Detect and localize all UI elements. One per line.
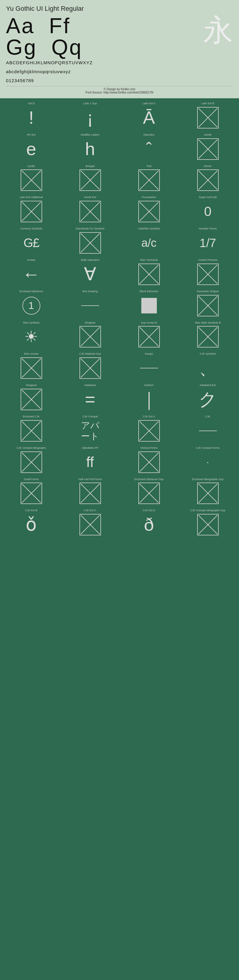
long-dash2 <box>199 431 217 431</box>
source-row: © Design by fontke.com Font Source: http… <box>6 86 233 95</box>
block-label-31: Misc Math Symbols B <box>195 321 221 325</box>
block-cell-47: CJK Compat Forms· <box>179 445 237 476</box>
block-icon-22 <box>137 262 161 286</box>
block-cell-53: CJK Ext C <box>61 508 119 538</box>
block-label-29: Dingbats <box>85 321 96 325</box>
block-icon-43 <box>196 419 220 443</box>
block-label-28: Misc Symbols <box>23 321 40 325</box>
char-display: Ā <box>143 109 155 127</box>
x-box <box>197 138 219 160</box>
block-cell-16: Currency SymbolsG£ <box>2 226 60 256</box>
block-cell-41: CJK Compatアパート <box>61 414 119 444</box>
x-box <box>21 357 42 379</box>
block-label-52: CJK Ext B <box>25 509 37 512</box>
font-preview: Aa FfGg Qq 永 <box>6 15 233 58</box>
block-cell-44: CJK Compat Ideographs <box>2 445 60 476</box>
block-icon-15: 0 <box>196 200 220 223</box>
block-cell-36: Hiragana <box>2 382 60 413</box>
block-icon-17 <box>78 231 102 255</box>
block-icon-12 <box>19 200 43 223</box>
block-cell-37: Katakana= <box>61 382 119 413</box>
x-box <box>138 326 160 347</box>
block-label-0: ASCII <box>28 102 35 105</box>
block-icon-37: = <box>78 388 102 411</box>
block-cell-31: Misc Math Symbols B <box>179 320 237 350</box>
x-box <box>80 326 101 347</box>
char-display: ク <box>199 390 217 409</box>
block-cell-54: CJK Ext Dð <box>120 508 178 538</box>
block-cell-25: Box Drawing <box>61 289 119 319</box>
block-icon-27 <box>196 294 220 318</box>
block-label-32: Misc Arrows <box>24 352 38 356</box>
x-box <box>138 169 160 191</box>
block-icon-38: ｜ <box>137 388 161 411</box>
block-label-13: Greek Ext <box>84 196 96 199</box>
char-display: = <box>85 390 95 409</box>
block-icon-2: Ā <box>137 106 161 130</box>
block-label-11: Khmer <box>204 165 212 168</box>
x-box <box>80 201 101 222</box>
block-cell-11: Khmer <box>179 164 237 194</box>
block-icon-16: G£ <box>19 231 43 255</box>
block-icon-51 <box>196 481 220 505</box>
block-label-51: Enclosed Ideographic Sup <box>192 478 223 481</box>
block-cell-51: Enclosed Ideographic Sup <box>179 477 237 507</box>
block-icon-25 <box>78 294 102 318</box>
block-icon-42 <box>137 419 161 443</box>
x-box <box>197 514 219 535</box>
block-cell-46: Vertical Forms <box>120 445 178 476</box>
block-cell-0: ASCII! <box>2 101 60 131</box>
preview-cjk: 永 <box>203 15 233 45</box>
block-label-33: CJK Radicals Sup <box>79 352 101 356</box>
block-label-17: Diacriticals For Symbols <box>76 227 105 231</box>
x-box <box>21 169 42 191</box>
block-icon-26 <box>137 294 161 318</box>
block-label-42: CJK Ext A <box>143 415 155 418</box>
char-display: ð <box>144 516 154 534</box>
char-display: ǒ <box>26 516 37 534</box>
block-icon-31 <box>196 325 220 349</box>
block-icon-48 <box>19 481 43 505</box>
dot-display: · <box>206 457 209 468</box>
block-cell-45: Alphabetic PFff <box>61 445 119 476</box>
fraction-display: 1/7 <box>199 237 216 249</box>
x-box <box>197 169 219 191</box>
block-icon-32 <box>19 356 43 380</box>
block-label-54: CJK Ext D <box>143 509 155 512</box>
block-icon-30 <box>137 325 161 349</box>
block-icon-52: ǒ <box>19 513 43 537</box>
block-label-8: Cyrillic <box>27 165 35 168</box>
block-icon-28: ☀ <box>19 325 43 349</box>
block-cell-24: Enclosed Alphanum1 <box>2 289 60 319</box>
char-display: ｜ <box>140 390 158 409</box>
block-icon-33 <box>78 356 102 380</box>
solid-box <box>141 298 157 313</box>
font-title: Yu Gothic UI Light Regular <box>6 5 233 13</box>
block-icon-55 <box>196 513 220 537</box>
preview-latin: Aa FfGg Qq <box>6 15 197 58</box>
block-cell-12: Latin Ext-Additional <box>2 194 60 225</box>
x-box <box>21 452 42 473</box>
block-cell-22: Misc Technical <box>120 257 178 288</box>
block-label-9: Bengali <box>86 165 94 168</box>
block-icon-5: h <box>78 137 102 161</box>
long-dash <box>81 305 99 306</box>
ac-display: a/c <box>141 237 156 248</box>
block-icon-11 <box>196 168 220 192</box>
block-cell-30: Sup Arrows B <box>120 320 178 350</box>
block-cell-14: Punctuation <box>120 194 178 225</box>
block-cell-1: Latin 1 Sup¡ <box>61 101 119 131</box>
block-icon-47: · <box>196 450 220 474</box>
char-display: 、 <box>199 359 217 377</box>
x-box <box>80 357 101 379</box>
block-icon-34 <box>137 356 161 380</box>
block-label-44: CJK Compat Ideographs <box>16 446 46 450</box>
block-label-37: Katakana <box>84 383 96 387</box>
block-icon-46 <box>137 450 161 474</box>
block-label-46: Vertical Forms <box>140 446 158 450</box>
x-box <box>197 107 219 129</box>
block-label-49: Half And Full Forms <box>78 478 102 481</box>
blocks-grid: ASCII!Latin 1 Sup¡Latin Ext AĀLatin Ext … <box>0 98 239 540</box>
circle-num: 1 <box>22 297 40 315</box>
block-cell-26: Block Elements <box>120 289 178 319</box>
